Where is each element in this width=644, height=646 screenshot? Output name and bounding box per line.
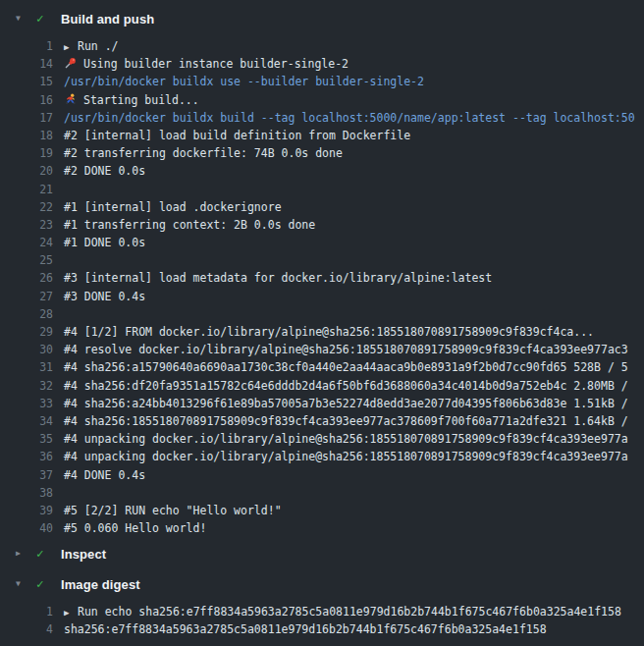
- line-number[interactable]: 23: [0, 216, 53, 234]
- line-text-content: sha256:e7ff8834a5963a2785c5a0811e979d16b…: [64, 622, 547, 636]
- group-title: Image digest: [61, 577, 140, 592]
- line-text: /usr/bin/docker buildx build --tag local…: [53, 109, 644, 127]
- line-text-content: Starting build...: [83, 93, 199, 107]
- line-number[interactable]: 17: [0, 109, 53, 127]
- line-text: [53, 251, 644, 269]
- line-text-content: #2 DONE 0.0s: [64, 164, 145, 178]
- line-number[interactable]: 22: [0, 198, 53, 216]
- line-number[interactable]: 4: [0, 620, 53, 638]
- line-text: #4 sha256:a15790640a6690aa1730c38cf0a440…: [53, 358, 644, 376]
- line-number[interactable]: 15: [0, 73, 53, 90]
- log-line: 14Using builder instance builder-single-…: [0, 55, 644, 73]
- line-number[interactable]: 37: [0, 466, 53, 484]
- log-line: 36#4 unpacking docker.io/library/alpine@…: [0, 448, 644, 465]
- log-line: 4sha256:e7ff8834a5963a2785c5a0811e979d16…: [0, 620, 644, 638]
- log-line: 39#5 [2/2] RUN echo "Hello world!": [0, 502, 644, 519]
- line-text: #4 DONE 0.4s: [53, 466, 644, 484]
- line-text: #1 transferring context: 2B 0.0s done: [53, 216, 644, 234]
- line-text-content: #5 [2/2] RUN echo "Hello world!": [64, 504, 282, 517]
- line-number[interactable]: 34: [0, 412, 53, 430]
- log-line: 37#4 DONE 0.4s: [0, 466, 644, 484]
- success-check-icon: ✓: [36, 578, 51, 591]
- log-line: 24#1 DONE 0.0s: [0, 234, 644, 251]
- line-number[interactable]: 21: [0, 181, 53, 198]
- line-number[interactable]: 20: [0, 162, 53, 180]
- line-text-content: #3 [internal] load metadata for docker.i…: [64, 271, 492, 285]
- log-line: 27#3 DONE 0.4s: [0, 288, 644, 305]
- line-text-content: Using builder instance builder-single-2: [83, 57, 349, 71]
- log-group-image-digest: ▼✓Image digest1▶Run echo sha256:e7ff8834…: [0, 570, 644, 638]
- log-line: 18#2 [internal] load build definition fr…: [0, 127, 644, 144]
- line-text-content: #1 [internal] load .dockerignore: [64, 200, 282, 214]
- log-line: 20#2 DONE 0.0s: [0, 162, 644, 180]
- expand-step-icon[interactable]: ▶: [64, 38, 78, 55]
- log-line: 22#1 [internal] load .dockerignore: [0, 198, 644, 216]
- line-number[interactable]: 40: [0, 519, 53, 537]
- line-text: [53, 484, 644, 502]
- line-text: ▶Run ./: [53, 37, 644, 55]
- log-line: 1▶Run ./: [0, 37, 644, 55]
- line-number[interactable]: 31: [0, 358, 53, 376]
- line-text: #5 [2/2] RUN echo "Hello world!": [53, 502, 644, 519]
- log-line: 1▶Run echo sha256:e7ff8834a5963a2785c5a0…: [0, 603, 644, 620]
- chevron-down-icon[interactable]: ▼: [16, 15, 28, 23]
- line-text: [53, 305, 644, 323]
- line-number[interactable]: 19: [0, 144, 53, 162]
- line-text: #2 DONE 0.0s: [53, 162, 644, 180]
- line-number[interactable]: 36: [0, 448, 53, 465]
- line-number[interactable]: 18: [0, 127, 53, 144]
- line-text: #4 sha256:185518070891758909c9f839cf4ca3…: [53, 412, 644, 430]
- line-text-content: Run echo sha256:e7ff8834a5963a2785c5a081…: [78, 605, 621, 619]
- line-text-content: #3 DONE 0.4s: [64, 290, 145, 303]
- log-group-inspect: ▶✓Inspect: [0, 537, 644, 570]
- line-text: #3 [internal] load metadata for docker.i…: [53, 269, 644, 287]
- log-line: 30#4 resolve docker.io/library/alpine@sh…: [0, 341, 644, 358]
- line-text-content: /usr/bin/docker buildx build --tag local…: [64, 111, 635, 125]
- line-number[interactable]: 25: [0, 251, 53, 269]
- group-header-inspect[interactable]: ▶✓Inspect: [0, 537, 644, 570]
- line-number[interactable]: 26: [0, 269, 53, 287]
- line-number[interactable]: 27: [0, 288, 53, 305]
- log-line: 19#2 transferring dockerfile: 74B 0.0s d…: [0, 144, 644, 162]
- line-number[interactable]: 14: [0, 55, 53, 73]
- group-header-build-and-push[interactable]: ▼✓Build and push: [0, 0, 644, 37]
- line-number[interactable]: 35: [0, 430, 53, 448]
- line-text: #2 transferring dockerfile: 74B 0.0s don…: [53, 144, 644, 162]
- line-number[interactable]: 33: [0, 395, 53, 412]
- line-number[interactable]: 28: [0, 305, 53, 323]
- runner-icon: [64, 93, 77, 106]
- log-line: 23#1 transferring context: 2B 0.0s done: [0, 216, 644, 234]
- line-number[interactable]: 24: [0, 234, 53, 251]
- log-lines: 1▶Run ./14Using builder instance builder…: [0, 37, 644, 537]
- line-text: #4 [1/2] FROM docker.io/library/alpine@s…: [53, 323, 644, 341]
- log-line: 26#3 [internal] load metadata for docker…: [0, 269, 644, 287]
- group-header-image-digest[interactable]: ▼✓Image digest: [0, 570, 644, 598]
- log-line: 17/usr/bin/docker buildx build --tag loc…: [0, 109, 644, 127]
- line-text: #3 DONE 0.4s: [53, 288, 644, 305]
- line-number[interactable]: 1: [0, 37, 53, 55]
- line-text-content: #4 sha256:a15790640a6690aa1730c38cf0a440…: [64, 360, 628, 374]
- log-line: 35#4 unpacking docker.io/library/alpine@…: [0, 430, 644, 448]
- line-text: #4 unpacking docker.io/library/alpine@sh…: [53, 430, 644, 448]
- line-number[interactable]: 32: [0, 377, 53, 395]
- chevron-right-icon[interactable]: ▶: [16, 550, 28, 558]
- line-text: #4 sha256:a24bb4013296f61e89ba57005a7b3e…: [53, 395, 644, 412]
- chevron-down-icon[interactable]: ▼: [16, 580, 28, 588]
- line-text-content: #2 [internal] load build definition from…: [64, 129, 410, 142]
- line-number[interactable]: 39: [0, 502, 53, 519]
- log-line: 34#4 sha256:185518070891758909c9f839cf4c…: [0, 412, 644, 430]
- line-text: #1 [internal] load .dockerignore: [53, 198, 644, 216]
- log-line: 38: [0, 484, 644, 502]
- log-line: 15/usr/bin/docker buildx use --builder b…: [0, 73, 644, 90]
- line-number[interactable]: 38: [0, 484, 53, 502]
- line-number[interactable]: 1: [0, 603, 53, 620]
- line-number[interactable]: 16: [0, 91, 53, 109]
- line-number[interactable]: 29: [0, 323, 53, 341]
- expand-step-icon[interactable]: ▶: [64, 604, 78, 620]
- line-text-content: #4 unpacking docker.io/library/alpine@sh…: [64, 432, 628, 446]
- line-text-content: Run ./: [78, 39, 119, 53]
- line-number[interactable]: 30: [0, 341, 53, 358]
- log-line: 21: [0, 181, 644, 198]
- log-line: 28: [0, 305, 644, 323]
- line-text-content: #1 transferring context: 2B 0.0s done: [64, 218, 315, 232]
